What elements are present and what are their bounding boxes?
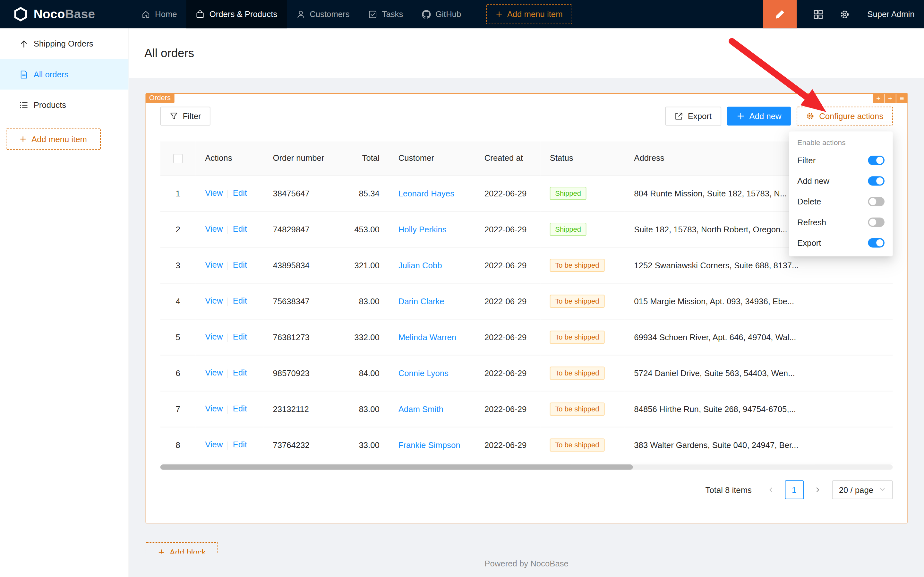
created-at-cell: 2022-06-29 — [475, 211, 540, 247]
top-menu-item[interactable]: Tasks — [359, 0, 412, 28]
select-all-checkbox[interactable] — [173, 154, 183, 163]
row-index: 5 — [160, 319, 196, 355]
ui-editor-button[interactable] — [763, 0, 797, 28]
pagination-prev-button[interactable] — [761, 480, 780, 499]
edit-link[interactable]: Edit — [233, 260, 247, 269]
configure-actions-button[interactable]: Configure actions — [797, 106, 893, 126]
customer-link[interactable]: Darin Clarke — [398, 296, 444, 306]
filter-button[interactable]: Filter — [160, 106, 211, 126]
block-menu-icon[interactable]: ≡ — [897, 93, 908, 103]
view-link[interactable]: View — [205, 368, 223, 377]
view-link[interactable]: View — [205, 440, 223, 449]
address-cell: 015 Margie Mission, Apt. 093, 34936, Ebe… — [625, 283, 893, 319]
edit-link[interactable]: Edit — [233, 296, 247, 306]
settings-gear-icon[interactable] — [840, 9, 850, 19]
top-menu-item[interactable]: GitHub — [412, 0, 471, 28]
toggle-switch[interactable] — [868, 217, 885, 227]
edit-link[interactable]: Edit — [233, 224, 247, 234]
horizontal-scrollbar-thumb[interactable] — [160, 464, 633, 469]
top-menu-item[interactable]: Home — [132, 0, 187, 28]
row-actions-cell: ViewEdit — [196, 391, 263, 427]
toggle-switch[interactable] — [868, 176, 885, 185]
sidebar-item-icon — [19, 70, 29, 79]
add-block-label: Add block — [170, 548, 206, 553]
add-block-button[interactable]: Add block — [146, 542, 218, 554]
top-menu-item-icon — [296, 10, 305, 19]
address-cell: 383 Walter Gardens, Suite 040, 24947, Be… — [625, 427, 893, 463]
view-link[interactable]: View — [205, 260, 223, 269]
top-menu-item[interactable]: Orders & Products — [187, 0, 287, 28]
toggle-switch[interactable] — [868, 197, 885, 206]
dropdown-item[interactable]: Filter — [789, 150, 893, 171]
status-cell: Shipped — [540, 175, 625, 211]
dropdown-item[interactable]: Export — [789, 232, 893, 253]
sidebar-menu: Shipping Orders All orders Products — [0, 28, 128, 120]
add-new-button[interactable]: Add new — [727, 106, 791, 126]
sidebar: Shipping Orders All orders Products Add … — [0, 28, 129, 577]
sidebar-item[interactable]: Shipping Orders — [0, 28, 128, 59]
customer-link[interactable]: Connie Lyons — [398, 368, 449, 377]
sidebar-item[interactable]: All orders — [0, 59, 128, 90]
dropdown-item[interactable]: Refresh — [789, 211, 893, 232]
sidebar-item[interactable]: Products — [0, 90, 128, 120]
block-insert-icon[interactable]: + — [885, 93, 896, 103]
divider — [227, 190, 228, 198]
view-link[interactable]: View — [205, 404, 223, 413]
edit-link[interactable]: Edit — [233, 332, 247, 342]
customer-cell: Adam Smith — [389, 391, 475, 427]
app: NocoBase Home Orders & Products Customer… — [0, 0, 924, 577]
total-cell: 83.00 — [342, 391, 389, 427]
page-size-value: 20 / page — [839, 485, 873, 494]
customer-link[interactable]: Melinda Warren — [398, 332, 457, 342]
customer-cell: Darin Clarke — [389, 283, 475, 319]
table-row: 8 ViewEdit 73764232 33.00 Frankie Simpso… — [160, 427, 893, 463]
dropdown-item[interactable]: Add new — [789, 171, 893, 191]
dropdown-item-label: Refresh — [797, 217, 826, 227]
add-menu-item-button-top[interactable]: Add menu item — [486, 4, 572, 24]
edit-link[interactable]: Edit — [233, 189, 247, 198]
block-add-icon[interactable]: + — [872, 93, 884, 103]
customer-link[interactable]: Leonard Hayes — [398, 189, 454, 198]
nocobase-logo: NocoBase — [0, 6, 121, 22]
customer-link[interactable]: Holly Perkins — [398, 224, 447, 234]
pagination-next-button[interactable] — [808, 480, 827, 499]
edit-link[interactable]: Edit — [233, 368, 247, 377]
view-link[interactable]: View — [205, 296, 223, 306]
nocobase-logo-text: NocoBase — [34, 7, 95, 21]
table-row: 6 ViewEdit 98570923 84.00 Connie Lyons 2… — [160, 355, 893, 391]
page-content: Orders + + ≡ Filter Export — [129, 78, 924, 577]
edit-link[interactable]: Edit — [233, 404, 247, 413]
row-index: 1 — [160, 175, 196, 211]
toggle-switch[interactable] — [868, 238, 885, 247]
view-link[interactable]: View — [205, 224, 223, 234]
user-menu[interactable]: Super Admin — [867, 9, 914, 19]
customer-link[interactable]: Adam Smith — [398, 404, 443, 413]
view-link[interactable]: View — [205, 332, 223, 342]
add-menu-item-button-sidebar[interactable]: Add menu item — [6, 128, 101, 150]
pagination-page-1[interactable]: 1 — [785, 480, 804, 499]
address-cell: 69934 Schoen River, Apt. 646, 49704, Wal… — [625, 319, 893, 355]
row-actions-cell: ViewEdit — [196, 211, 263, 247]
toggle-switch[interactable] — [868, 155, 885, 164]
horizontal-scrollbar-track — [160, 464, 893, 469]
dropdown-title: Enable actions — [789, 135, 893, 150]
export-button[interactable]: Export — [665, 106, 721, 126]
customer-link[interactable]: Frankie Simpson — [398, 440, 460, 449]
divider — [227, 441, 228, 450]
status-badge: To be shipped — [550, 438, 604, 451]
page-size-select[interactable]: 20 / page — [832, 480, 893, 499]
created-at-cell: 2022-06-29 — [475, 319, 540, 355]
chevron-down-icon — [879, 486, 885, 493]
plugins-grid-icon[interactable] — [813, 9, 823, 19]
top-menu-item-label: Tasks — [382, 9, 403, 19]
status-badge: Shipped — [550, 187, 586, 199]
view-link[interactable]: View — [205, 189, 223, 198]
row-index: 8 — [160, 427, 196, 463]
edit-link[interactable]: Edit — [233, 440, 247, 449]
dropdown-item[interactable]: Delete — [789, 191, 893, 211]
customer-link[interactable]: Julian Cobb — [398, 260, 442, 269]
page-title: All orders — [144, 46, 194, 60]
customer-cell: Leonard Hayes — [389, 175, 475, 211]
block-designer-toolbar: + + ≡ — [872, 93, 907, 103]
top-menu-item[interactable]: Customers — [287, 0, 359, 28]
